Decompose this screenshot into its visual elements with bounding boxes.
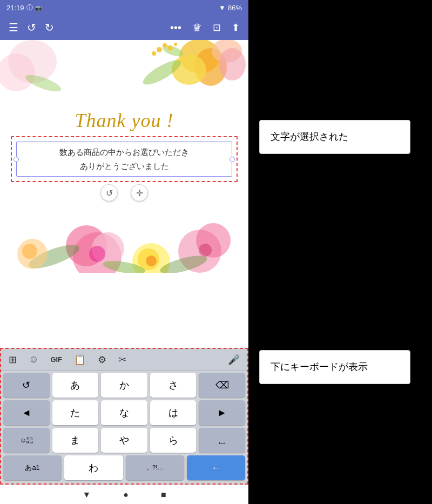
nav-back[interactable]: ▼ [82,490,91,500]
crown-icon[interactable]: ♛ [190,19,204,36]
svg-point-24 [199,244,212,257]
key-ra[interactable]: ら [150,428,197,453]
rotate-handle[interactable]: ↺ [100,184,118,201]
share-icon[interactable]: ⬆ [230,19,242,36]
text-line-1: 数ある商品の中からお選びいただき [23,145,225,159]
keyboard-settings-icon[interactable]: ⚙ [94,353,110,367]
svg-point-18 [89,246,105,262]
keyboard-area: ⊞ ☺ GIF 📋 ⚙ ✂ 🎤 ↺ あ か さ ⌫ ◄ た な [0,348,248,485]
key-kana-switch[interactable]: あa1 [3,455,62,480]
transform-handles: ↺ ✛ [0,184,248,201]
key-ta[interactable]: た [52,400,99,425]
phone-screen: 21:19 ⓘ 📷 ▼ 86% ☰ ↺ ↻ ••• ♛ ⊡ ⬆ [0,0,248,504]
image-icon[interactable]: ⊡ [211,19,223,36]
info-icon: ⓘ [26,3,33,12]
key-undo[interactable]: ↺ [3,373,50,398]
keyboard-slash-icon[interactable]: ✂ [115,353,130,367]
time-display: 21:19 [6,4,24,12]
svg-point-9 [167,45,173,51]
annotation-text-selected: 文字が選択された [259,120,410,154]
keyboard-gif-button[interactable]: GIF [47,354,65,365]
redo-icon[interactable]: ↻ [43,19,56,36]
floral-top-decoration [0,40,248,105]
nav-home[interactable]: ● [123,490,129,500]
wifi-icon: ▼ [219,4,226,12]
text-line-2: ありがとうございました [23,159,225,173]
key-right[interactable]: ► [199,400,245,425]
key-punctuation[interactable]: 。?!… [126,455,184,480]
key-ka[interactable]: か [101,373,147,398]
key-emoji-ki[interactable]: ☺記 [3,428,50,453]
text-box[interactable]: 数ある商品の中からお選びいただき ありがとうございました [16,142,232,177]
keyboard-mic-icon[interactable]: 🎤 [225,353,243,367]
svg-point-29 [22,244,37,259]
card-canvas: Thank you ! 数ある商品の中からお選びいただき ありがとうございました… [0,40,248,348]
svg-point-11 [152,51,156,56]
svg-point-8 [163,43,167,48]
status-bar: 21:19 ⓘ 📷 ▼ 86% [0,0,248,15]
keyboard-emoji-icon[interactable]: ☺ [25,353,42,366]
status-time: 21:19 ⓘ 📷 [6,3,42,12]
status-right: ▼ 86% [219,4,242,12]
nav-recent[interactable]: ■ [161,490,166,500]
thankyou-text: Thank you ! [0,105,248,134]
menu-icon[interactable]: ☰ [6,19,21,36]
key-wa[interactable]: わ [64,455,123,480]
text-selection-wrapper[interactable]: 数ある商品の中からお選びいただき ありがとうございました [11,136,238,182]
keyboard-row-2: ◄ た な は ► [3,400,245,425]
svg-point-4 [219,48,246,80]
annotation-keyboard-shown: 下にキーボードが表示 [259,350,410,384]
key-ma[interactable]: ま [52,428,99,453]
canvas-area: Thank you ! 数ある商品の中からお選びいただき ありがとうございました… [0,40,248,348]
app-toolbar: ☰ ↺ ↻ ••• ♛ ⊡ ⬆ [0,15,248,40]
battery-display: 86% [228,4,242,12]
key-enter[interactable]: ← [187,455,245,480]
text-handle-left[interactable] [14,157,19,162]
keyboard-rows: ↺ あ か さ ⌫ ◄ た な は ► ☺記 ま や ら ⎵ [1,371,247,481]
keyboard-row-4: あa1 わ 。?!… ← [3,455,245,480]
annotation-area: 文字が選択された 下にキーボードが表示 [248,0,432,504]
text-handle-right[interactable] [230,157,235,162]
key-sa[interactable]: さ [150,373,197,398]
key-na[interactable]: な [101,400,147,425]
nav-bar: ▼ ● ■ [0,485,248,504]
keyboard-apps-icon[interactable]: ⊞ [5,353,20,367]
svg-point-21 [146,256,157,266]
signal-icon: 📷 [35,5,42,11]
undo-icon[interactable]: ↺ [25,19,38,36]
svg-point-2 [172,55,206,85]
key-space[interactable]: ⎵ [199,428,245,453]
keyboard-row-1: ↺ あ か さ ⌫ [3,373,245,398]
svg-point-7 [157,47,162,52]
key-a[interactable]: あ [52,373,99,398]
keyboard-clipboard-icon[interactable]: 📋 [71,353,89,367]
key-left[interactable]: ◄ [3,400,50,425]
svg-point-10 [174,43,177,46]
key-ya[interactable]: や [101,428,147,453]
key-backspace[interactable]: ⌫ [199,373,245,398]
toolbar-right: ••• ♛ ⊡ ⬆ [168,19,242,36]
keyboard-toolbar: ⊞ ☺ GIF 📋 ⚙ ✂ 🎤 [1,349,247,371]
keyboard-row-3: ☺記 ま や ら ⎵ [3,428,245,453]
move-handle[interactable]: ✛ [131,184,148,201]
floral-bottom-decoration [0,203,248,273]
key-ha[interactable]: は [150,400,197,425]
more-icon[interactable]: ••• [168,19,184,36]
